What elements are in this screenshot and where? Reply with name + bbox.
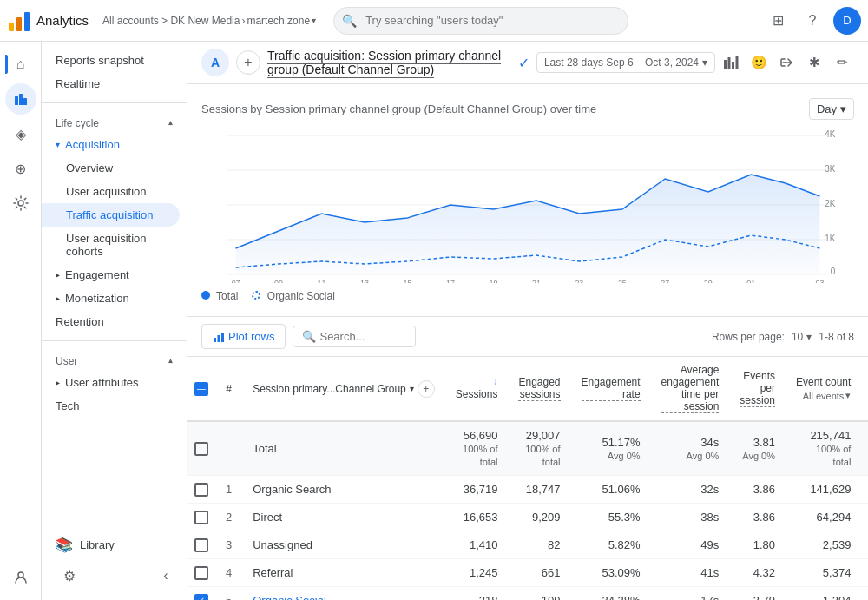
row-ke: 96.00 (861, 476, 868, 504)
engagement-rate-header: Engagementrate (582, 376, 641, 401)
share-icon[interactable] (774, 50, 799, 75)
svg-rect-3 (15, 96, 18, 105)
chart-header: Sessions by Session primary channel grou… (201, 98, 854, 120)
nav-reports-icon[interactable] (5, 83, 36, 115)
engagement-rate-label: Engagementrate (582, 376, 641, 401)
th-avg-engagement: Averageengagementtime persession (651, 357, 730, 421)
nav-home-icon[interactable]: ⌂ (5, 49, 36, 80)
row-checkbox[interactable] (194, 483, 208, 497)
user-attributes-arrow: ▸ (56, 378, 60, 387)
sidebar-parent-acquisition[interactable]: ▾ Acquisition (42, 133, 187, 156)
data-table: — # Session primary...Channel Group ▾ + (187, 357, 868, 600)
nav-explore-icon[interactable]: ◈ (5, 118, 36, 149)
events-per-session-label: Eventspersession (740, 370, 775, 407)
sidebar-parent-monetization[interactable]: ▸ Monetization (42, 287, 187, 310)
svg-rect-4 (19, 94, 23, 105)
table-search-input[interactable] (319, 330, 406, 343)
app-name: Analytics (36, 13, 89, 28)
row-channel: Unassigned (242, 531, 445, 559)
row-checkbox[interactable]: ✓ (194, 594, 208, 601)
sidebar-item-user-acquisition-cohorts[interactable]: User acquisition cohorts (42, 227, 180, 263)
svg-text:03: 03 (815, 279, 824, 283)
row-checkbox-cell[interactable] (187, 504, 215, 531)
row-checkbox[interactable] (194, 538, 208, 552)
table-search[interactable]: 🔍 (293, 326, 416, 347)
svg-rect-9 (728, 57, 731, 69)
events-per-session-header: Eventspersession (740, 370, 775, 407)
th-events-per-session: Eventspersession (729, 357, 786, 421)
svg-text:19: 19 (489, 279, 497, 283)
sessions-header: ↓ Sessions (456, 377, 498, 400)
sidebar-full: Reports snapshot Realtime Life cycle ▾ ▾… (42, 49, 187, 593)
row-checkbox-cell[interactable] (187, 559, 215, 587)
row-ec: 2,539 (786, 531, 861, 559)
event-count-filter[interactable]: All events ▾ (803, 390, 852, 401)
settings-icon[interactable]: ⚙ (56, 562, 83, 590)
rows-per-page-select[interactable]: 10 ▾ (792, 331, 812, 343)
sidebar-parent-acquisition-label: Acquisition (65, 138, 120, 151)
chart-svg: 4K 3K 2K 1K 0 (201, 127, 854, 283)
sidebar-parent-user-attributes[interactable]: ▸ User attributes (42, 371, 187, 394)
account-path[interactable]: All accounts > DK New Media › martech.zo… (102, 15, 316, 27)
search-input[interactable] (333, 7, 628, 35)
svg-text:17: 17 (446, 279, 455, 283)
row-rate: 51.06% (571, 476, 651, 504)
total-checkbox[interactable] (194, 442, 208, 456)
total-engaged-cell: 29,007 100% of total (508, 421, 570, 476)
row-checkbox[interactable] (194, 566, 208, 580)
domain-name: martech.zone (247, 15, 310, 27)
row-engaged: 18,747 (508, 476, 570, 504)
emoji-icon[interactable]: 🙂 (746, 50, 771, 75)
user-chevron: ▾ (168, 357, 173, 366)
add-dimension-button[interactable]: + (418, 380, 435, 398)
sidebar-item-library[interactable]: 📚 Library (42, 531, 187, 558)
add-comparison-button[interactable]: + (236, 50, 260, 75)
engaged-sessions-header: Engagedsessions (518, 376, 560, 401)
sidebar-item-realtime[interactable]: Realtime (42, 72, 180, 96)
sidebar-section-user[interactable]: User ▾ (42, 348, 187, 371)
help-icon[interactable]: ? (799, 7, 826, 35)
dimension-chevron[interactable]: ▾ (410, 384, 414, 393)
row-rate: 53.09% (571, 559, 651, 587)
sidebar-item-reports-snapshot[interactable]: Reports snapshot (42, 49, 180, 72)
avatar[interactable]: D (833, 7, 861, 35)
row-sessions: 36,719 (445, 476, 509, 504)
event-count-label: Event count (796, 376, 851, 388)
row-checkbox-cell[interactable]: ✓ (187, 587, 215, 601)
collapse-sidebar-icon[interactable]: ‹ (152, 562, 180, 590)
select-all-checkbox[interactable]: — (194, 382, 208, 396)
engaged-sessions-label: Engagedsessions (518, 376, 560, 401)
sidebar-item-overview[interactable]: Overview (42, 156, 180, 180)
row-avg: 49s (651, 531, 730, 559)
search-bar[interactable]: 🔍 (333, 7, 628, 35)
nav-configure-icon[interactable] (5, 188, 36, 219)
chart-interval-chevron: ▾ (840, 102, 846, 115)
sidebar-section-lifecycle[interactable]: Life cycle ▾ (42, 110, 187, 133)
sidebar-item-user-acquisition[interactable]: User acquisition (42, 180, 180, 203)
sidebar-parent-engagement[interactable]: ▸ Engagement (42, 263, 187, 287)
sidebar-item-traffic-acquisition[interactable]: Traffic acquisition (42, 203, 180, 227)
row-eps: 3.86 (729, 504, 786, 531)
analytics-logo-icon (7, 9, 31, 33)
sessions-sort-icon[interactable]: ↓ (493, 377, 497, 386)
sidebar-item-retention[interactable]: Retention (42, 310, 180, 333)
nav-ads-icon[interactable]: ⊕ (5, 153, 36, 184)
th-checkbox[interactable]: — (187, 357, 215, 421)
sidebar-item-tech[interactable]: Tech (42, 394, 180, 418)
edit-icon[interactable]: ✏ (830, 50, 854, 75)
row-checkbox[interactable] (194, 511, 208, 524)
nav-admin-icon[interactable] (5, 562, 36, 593)
plot-rows-button[interactable]: Plot rows (201, 324, 286, 349)
total-checkbox-cell[interactable] (187, 421, 215, 476)
chart-interval-select[interactable]: Day ▾ (809, 98, 854, 120)
compare-icon[interactable]: ✱ (802, 50, 826, 75)
chart-type-icon[interactable] (719, 50, 743, 75)
apps-icon[interactable]: ⊞ (764, 7, 792, 35)
rows-per-page-label: Rows per page: (712, 331, 785, 343)
row-checkbox-cell[interactable] (187, 531, 215, 559)
date-range-selector[interactable]: Last 28 days Sep 6 – Oct 3, 2024 ▾ (536, 52, 715, 73)
total-label-cell: Total (242, 421, 445, 476)
total-ec: 215,741 (810, 429, 851, 442)
row-checkbox-cell[interactable] (187, 476, 215, 504)
sidebar-parent-monetization-label: Monetization (65, 292, 129, 305)
